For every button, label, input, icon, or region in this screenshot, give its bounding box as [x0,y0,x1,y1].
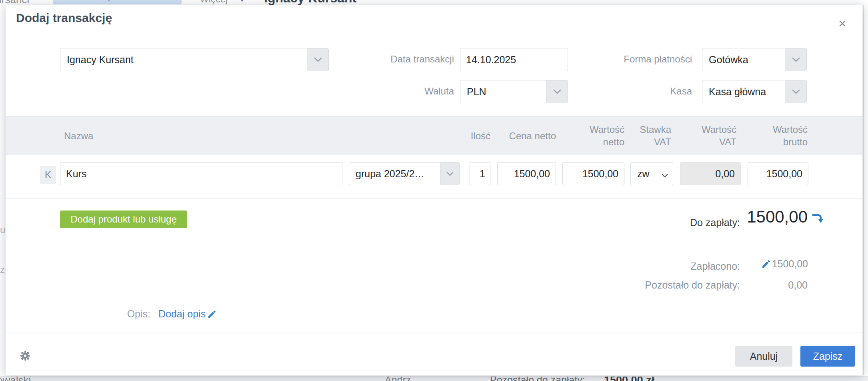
chevron-down-icon[interactable] [307,48,328,71]
currency-value: PLN [467,80,486,103]
payment-method-value: Gotówka [709,48,748,71]
add-student-button: Dodaj kursanta [53,0,182,4]
modal-title: Dodaj transakcję [16,11,112,25]
date-label: Data transakcji [346,54,454,65]
column-header-gross-value: Wartość brutto [748,116,808,148]
item-name-input[interactable] [60,162,342,185]
column-header-vat-rate: Stawka VAT [611,116,671,148]
transaction-date-input[interactable] [460,48,568,71]
column-header-qty: Ilość [430,116,490,156]
remaining-value: 0,00 [748,279,808,291]
due-value: 1500,00 [688,207,808,227]
row-divider [6,199,862,199]
description-label: Opis: [90,308,150,320]
page-scrollbar[interactable] [863,5,864,375]
paid-value-row: 1500,00 [686,258,808,270]
item-vat-rate-value: zw [637,162,650,185]
background-remaining-value: 1500,00 zł [604,376,654,381]
background-remaining-label: Pozostało do zapłaty: [490,376,585,381]
payment-method-label: Forma płatności [566,54,692,65]
item-qty-input[interactable] [470,162,490,185]
section-divider [6,296,862,296]
background-name-fragment: Andrz [385,376,411,381]
currency-select[interactable]: PLN [460,80,568,103]
close-icon[interactable]: × [834,14,851,32]
column-header-net-price: Cena netto [484,116,556,156]
add-product-button[interactable]: Dodaj produkt lub usługę [60,211,187,228]
background-page-bottom: owalski Andrz Pozostało do zapłaty: 1500… [0,376,868,381]
background-left-fragment: z [0,264,5,276]
remaining-label: Pozostało do zapłaty: [580,279,740,291]
chevron-down-icon: ▾ [240,0,244,4]
client-select-value: Ignacy Kursant [67,48,134,71]
add-transaction-modal: Dodaj transakcję × Ignacy Kursant Data t… [6,5,862,375]
items-table-header: Nazwa Ilość Cena netto Wartość netto Sta… [6,116,862,155]
background-name-fragment: owalski [0,376,31,381]
currency-label: Waluta [346,86,454,97]
item-gross-value-input[interactable] [748,162,808,185]
background-left-fragment: u [0,224,5,236]
edit-pencil-icon [207,309,217,319]
background-tab-fragment: Kursanci [0,0,29,5]
cash-register-value: Kasa główna [709,80,766,103]
item-net-price-input[interactable] [497,162,556,185]
item-group-value: grupa 2025/2… [356,162,435,185]
client-select[interactable]: Ignacy Kursant [60,48,329,71]
chevron-down-icon [662,172,668,179]
cash-register-select[interactable]: Kasa główna [702,80,807,103]
more-menu-label: Więcej [200,0,228,5]
item-net-value-input[interactable] [562,162,624,185]
gear-icon[interactable] [20,351,30,361]
add-description-link[interactable]: Dodaj opis [158,308,217,320]
edit-pencil-icon[interactable] [761,259,771,269]
item-group-select[interactable]: grupa 2025/2… [349,162,460,185]
item-type-badge: K [40,166,56,184]
student-heading: Ignacy Kursant [264,0,356,5]
payment-method-select[interactable]: Gotówka [702,48,807,71]
chevron-down-icon[interactable] [785,48,806,71]
item-vat-value-input [680,162,741,185]
paid-value: 1500,00 [772,258,808,270]
cancel-button[interactable]: Anuluj [735,346,792,367]
chevron-down-icon[interactable] [546,80,568,103]
cash-register-label: Kasa [566,86,692,97]
column-header-vat-value: Wartość VAT [676,116,736,148]
add-description-label: Dodaj opis [158,308,206,320]
item-vat-rate-select[interactable]: zw [630,162,673,185]
chevron-down-icon[interactable] [785,80,806,103]
chevron-down-icon[interactable] [440,162,459,185]
arrow-turn-down-icon[interactable] [811,212,824,227]
column-header-name: Nazwa [64,116,93,156]
add-student-label: Dodaj kursanta [86,0,148,1]
footer-divider [6,333,862,333]
background-page-top: Kursanci Dodaj kursanta Więcej ▾ Ignacy … [0,0,868,5]
save-button[interactable]: Zapisz [800,346,855,367]
